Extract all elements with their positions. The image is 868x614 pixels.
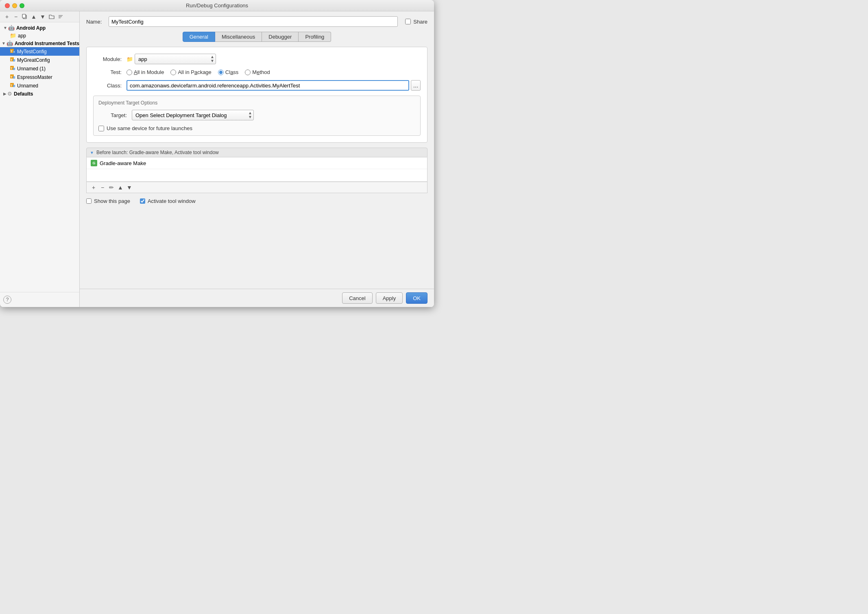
config-icon: T a [10, 65, 15, 72]
radio-method-label: Method [252, 69, 270, 75]
tabs-bar: General Miscellaneous Debugger Profiling [80, 30, 434, 42]
close-button[interactable] [5, 3, 10, 8]
radio-all-in-module-input[interactable] [126, 70, 132, 75]
tab-debugger[interactable]: Debugger [262, 32, 299, 42]
sidebar-item-android-app[interactable]: ▼ 🤖 Android App [0, 24, 79, 32]
target-label: Target: [98, 112, 127, 118]
help-button[interactable]: ? [3, 296, 11, 304]
radio-all-in-package-input[interactable] [170, 70, 176, 75]
sidebar-item-unnamed-1[interactable]: T a Unnamed (1) [0, 64, 79, 73]
sidebar-item-label: Android App [16, 25, 46, 31]
share-row: Share [405, 19, 427, 25]
radio-all-in-module[interactable]: All in Module [126, 69, 164, 75]
target-row: Target: Open Select Deployment Target Di… [98, 110, 415, 120]
gradle-make-label: Gradle-aware Make [100, 160, 146, 166]
before-launch-toolbar: + − ✏ ▲ ▼ [86, 182, 427, 193]
toggle-icon: ▼ [2, 41, 6, 46]
sidebar-item-my-test-config[interactable]: T a MyTestConfig [0, 47, 79, 56]
tab-general[interactable]: General [183, 32, 215, 42]
ok-button[interactable]: OK [406, 292, 427, 304]
toggle-icon: ▶ [3, 91, 7, 96]
same-device-checkbox[interactable] [98, 126, 104, 131]
android-icon: 🤖 [8, 25, 15, 31]
gradle-icon: G [91, 160, 97, 166]
test-radio-group: All in Module All in Package Class [126, 69, 270, 75]
sidebar-item-defaults[interactable]: ▶ ⚙ Defaults [0, 90, 79, 98]
svg-text:T: T [11, 67, 13, 70]
sidebar-tree: ▼ 🤖 Android App 📁 app ▼ 🤖 Android Instru… [0, 22, 79, 292]
tab-miscellaneous[interactable]: Miscellaneous [215, 32, 262, 42]
radio-all-in-package-label: All in Package [178, 69, 211, 75]
remove-config-button[interactable]: − [12, 13, 20, 20]
sidebar-item-label: EspressoMaster [17, 74, 52, 80]
sidebar-item-my-great-config[interactable]: T a MyGreatConfig [0, 56, 79, 64]
new-folder-button[interactable] [48, 13, 55, 20]
before-launch-edit-button[interactable]: ✏ [108, 184, 115, 191]
window-title: Run/Debug Configurations [186, 2, 248, 9]
minimize-button[interactable] [12, 3, 17, 8]
sidebar: + − ▲ ▼ [0, 11, 80, 307]
move-up-button[interactable]: ▲ [30, 13, 37, 20]
before-launch-add-button[interactable]: + [90, 184, 97, 191]
before-launch-header[interactable]: ▼ Before launch: Gradle-aware Make, Acti… [86, 148, 427, 157]
radio-class[interactable]: Class [218, 69, 239, 75]
gear-icon: ⚙ [7, 91, 12, 97]
sidebar-item-unnamed[interactable]: T a Unnamed [0, 81, 79, 90]
name-input[interactable] [109, 16, 398, 27]
move-down-button[interactable]: ▼ [39, 13, 46, 20]
add-config-button[interactable]: + [3, 13, 11, 20]
form-area: Module: 📁 app ▲▼ [80, 42, 434, 289]
before-launch-title: Before launch: Gradle-aware Make, Activa… [96, 150, 219, 155]
apply-button[interactable]: Apply [376, 292, 403, 304]
radio-method-input[interactable] [245, 70, 251, 75]
before-launch-down-button[interactable]: ▼ [126, 184, 133, 191]
module-select[interactable]: app [135, 54, 216, 64]
config-icon: T a [10, 82, 15, 89]
radio-class-input[interactable] [218, 70, 224, 75]
deployment-section: Deployment Target Options Target: Open S… [93, 96, 421, 136]
activate-window-checkbox[interactable] [140, 198, 145, 204]
radio-method[interactable]: Method [245, 69, 270, 75]
class-label: Class: [93, 83, 122, 89]
activate-window-label: Activate tool window [148, 198, 196, 204]
main-form-panel: Module: 📁 app ▲▼ [86, 47, 427, 143]
sidebar-item-label: Unnamed (1) [17, 66, 46, 72]
maximize-button[interactable] [20, 3, 24, 8]
traffic-lights [5, 3, 24, 8]
show-page-row[interactable]: Show this page [86, 198, 130, 204]
show-page-checkbox[interactable] [86, 198, 92, 204]
svg-text:T: T [11, 84, 13, 87]
target-select[interactable]: Open Select Deployment Target Dialog [132, 110, 254, 120]
share-checkbox[interactable] [405, 19, 411, 24]
browse-button[interactable]: … [411, 80, 421, 91]
svg-rect-1 [22, 14, 26, 18]
same-device-row: Use same device for future launches [98, 125, 415, 131]
sort-button[interactable] [57, 13, 64, 20]
svg-text:T: T [11, 59, 13, 61]
sidebar-toolbar: + − ▲ ▼ [0, 11, 79, 22]
sidebar-item-espresso-master[interactable]: T a EspressoMaster [0, 73, 79, 81]
share-label: Share [413, 19, 427, 25]
svg-text:T: T [11, 50, 13, 53]
radio-all-in-package[interactable]: All in Package [170, 69, 211, 75]
class-input[interactable] [126, 80, 409, 91]
before-launch-up-button[interactable]: ▲ [117, 184, 124, 191]
sidebar-item-android-instrumented-tests[interactable]: ▼ 🤖 Android Instrumented Tests [0, 39, 79, 47]
deployment-section-title: Deployment Target Options [98, 100, 415, 106]
toggle-icon: ▼ [3, 26, 7, 30]
titlebar: Run/Debug Configurations [0, 0, 434, 11]
module-folder-icon: 📁 [126, 56, 133, 62]
module-select-wrap: 📁 app ▲▼ [126, 54, 216, 64]
sidebar-item-app[interactable]: 📁 app [0, 32, 79, 39]
before-launch-remove-button[interactable]: − [99, 184, 106, 191]
copy-config-button[interactable] [21, 13, 28, 20]
module-select-wrapper: app ▲▼ [135, 54, 216, 64]
test-row: Test: All in Module All in Package Cl [93, 69, 421, 75]
bottom-checkboxes: Show this page Activate tool window [86, 196, 427, 206]
activate-window-row[interactable]: Activate tool window [140, 198, 196, 204]
before-launch-item: G Gradle-aware Make [87, 157, 427, 169]
tab-profiling[interactable]: Profiling [299, 32, 331, 42]
cancel-button[interactable]: Cancel [342, 292, 372, 304]
bottom-bar: Cancel Apply OK [80, 289, 434, 307]
collapse-icon: ▼ [90, 150, 94, 155]
